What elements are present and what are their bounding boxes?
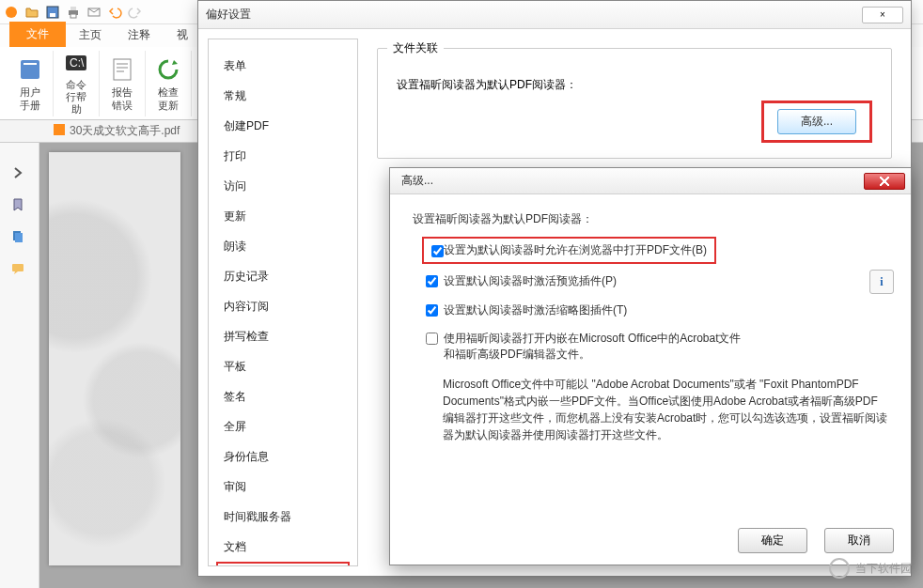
prefs-sidebar-item[interactable]: 更新 (216, 201, 350, 231)
prefs-sidebar-item[interactable]: 身份信息 (216, 441, 350, 472)
checkbox-office-embed[interactable] (426, 333, 438, 345)
pdf-icon (53, 123, 66, 139)
cancel-button[interactable]: 取消 (824, 528, 894, 553)
advanced-button[interactable]: 高级... (777, 109, 856, 134)
advanced-button-highlight: 高级... (761, 101, 872, 143)
ribbon-user-manual[interactable]: 用户 手册 (8, 51, 54, 116)
ribbon-cmd-help[interactable]: C:\ 命令 行帮 助 (54, 51, 100, 116)
print-icon[interactable] (66, 5, 81, 20)
prefs-sidebar-item[interactable]: 文件关联 (216, 562, 350, 566)
report-icon (107, 54, 137, 85)
checkbox-browser-open[interactable] (431, 244, 444, 258)
prefs-sidebar-item[interactable]: 内容订阅 (216, 291, 350, 321)
svg-rect-2 (50, 13, 55, 17)
ribbon-report-error[interactable]: 报告 错误 (100, 51, 146, 116)
checkbox-office-embed-label: 使用福昕阅读器打开内嵌在Microsoft Office中的Acrobat文件 … (444, 331, 742, 363)
prefs-sidebar-item[interactable]: 文档 (216, 532, 350, 562)
prefs-sidebar-item[interactable]: 历史记录 (216, 261, 350, 291)
svg-rect-11 (114, 59, 131, 80)
prefs-sidebar-item[interactable]: 访问 (216, 171, 350, 201)
prefs-sidebar-item[interactable]: 平板 (216, 351, 350, 381)
prefs-sidebar-item[interactable]: 表单 (216, 51, 350, 81)
advanced-close-button[interactable] (864, 173, 905, 190)
prefs-sidebar-item[interactable]: 创建PDF (216, 111, 350, 141)
tab-file[interactable]: 文件 (9, 22, 66, 47)
ok-button[interactable]: 确定 (738, 528, 807, 553)
checkbox-preview-plugin-label: 设置默认阅读器时激活预览插件(P) (444, 273, 617, 289)
advanced-body: 设置福昕阅读器为默认PDF阅读器： 设置为默认阅读器时允许在浏览器中打开PDF文… (390, 194, 911, 468)
tab-comment[interactable]: 注释 (115, 23, 164, 47)
checkbox-preview-plugin[interactable] (426, 275, 438, 287)
prefs-sidebar-item[interactable]: 时间戳服务器 (216, 502, 350, 532)
svg-text:C:\: C:\ (70, 56, 85, 70)
prefs-sidebar-item[interactable]: 签名 (216, 381, 350, 411)
terminal-icon: C:\ (61, 51, 91, 77)
checkbox-thumbnail-plugin[interactable] (426, 304, 438, 317)
watermark-text: 当下软件园 (855, 561, 912, 577)
set-default-label: 设置福昕阅读器为默认PDF阅读器： (397, 77, 872, 93)
watermark-logo-icon (829, 558, 850, 579)
preferences-titlebar[interactable]: 偏好设置 × (198, 1, 911, 29)
checkbox-browser-open-label: 设置为默认阅读器时允许在浏览器中打开PDF文件(B) (444, 242, 707, 258)
preferences-close-button[interactable]: × (862, 7, 903, 23)
svg-rect-8 (23, 63, 37, 65)
redo-icon[interactable] (128, 5, 143, 20)
groupbox-title: 文件关联 (387, 40, 444, 56)
prefs-sidebar-item[interactable]: 拼写检查 (216, 321, 350, 351)
advanced-section-label: 设置福昕阅读器为默认PDF阅读器： (413, 211, 888, 227)
save-icon[interactable] (45, 5, 60, 20)
prefs-sidebar-item[interactable]: 打印 (216, 141, 350, 171)
prefs-sidebar-item[interactable]: 常规 (216, 81, 350, 111)
svg-rect-14 (15, 233, 23, 242)
preferences-title: 偏好设置 (206, 7, 251, 23)
side-panel-strip (0, 143, 39, 588)
prefs-sidebar-item[interactable]: 全屏 (216, 411, 350, 441)
undo-icon[interactable] (107, 5, 122, 20)
checkbox-thumbnail-plugin-label: 设置默认阅读器时激活缩略图插件(T) (444, 302, 627, 318)
comments-icon[interactable] (10, 261, 29, 280)
prefs-sidebar-item[interactable]: 朗读 (216, 231, 350, 261)
document-tab[interactable]: 30天成文软文高手.pdf (45, 121, 187, 141)
document-page (49, 152, 180, 565)
prefs-sidebar-item[interactable]: 审阅 (216, 472, 350, 502)
book-icon (15, 54, 45, 85)
refresh-icon (153, 54, 183, 85)
checkbox-highlight-1: 设置为默认阅读器时允许在浏览器中打开PDF文件(B) (426, 240, 712, 260)
svg-rect-12 (54, 124, 65, 135)
svg-point-0 (6, 7, 17, 18)
ribbon-check-update[interactable]: 检查 更新 (146, 51, 192, 116)
bookmark-icon[interactable] (10, 197, 29, 216)
expand-icon[interactable] (10, 165, 29, 184)
app-window: 文件 主页 注释 视 用户 手册 C:\ 命令 行帮 助 报告 错误 检查 更新… (0, 0, 923, 588)
advanced-dialog: 高级... 设置福昕阅读器为默认PDF阅读器： 设置为默认阅读器时允许在浏览器中… (389, 167, 912, 565)
document-tab-label: 30天成文软文高手.pdf (70, 123, 180, 139)
tab-view[interactable]: 视 (164, 23, 201, 47)
file-association-group: 文件关联 设置福昕阅读器为默认PDF阅读器： 高级... (377, 48, 892, 159)
svg-rect-4 (70, 7, 76, 10)
svg-rect-15 (12, 264, 23, 271)
advanced-footer: 确定 取消 (738, 528, 894, 553)
preferences-sidebar[interactable]: 表单常规创建PDF打印访问更新朗读历史记录内容订阅拼写检查平板签名全屏身份信息审… (208, 39, 358, 566)
advanced-titlebar[interactable]: 高级... (390, 168, 911, 194)
app-logo-icon (4, 5, 19, 20)
info-icon[interactable]: i (869, 270, 894, 294)
advanced-title: 高级... (396, 173, 433, 189)
tab-home[interactable]: 主页 (66, 23, 115, 47)
email-icon[interactable] (86, 5, 102, 20)
pages-icon[interactable] (10, 229, 29, 248)
watermark: 当下软件园 (829, 558, 912, 579)
svg-rect-5 (70, 14, 76, 18)
open-icon[interactable] (24, 5, 39, 20)
office-embed-description: Microsoft Office文件中可能以 "Adobe Acrobat Do… (443, 376, 888, 443)
